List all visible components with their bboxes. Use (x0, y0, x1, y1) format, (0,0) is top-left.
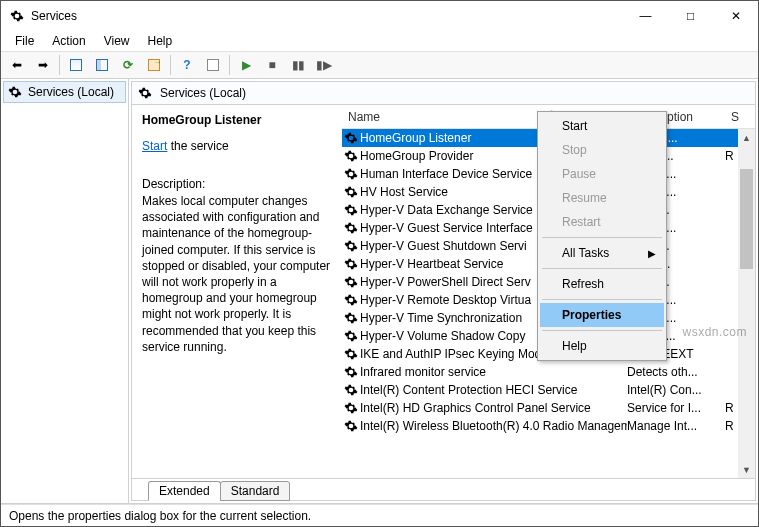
table-row[interactable]: Infrared monitor serviceDetects oth... (342, 363, 755, 381)
ctx-separator (542, 268, 662, 269)
ctx-restart: Restart (540, 210, 664, 234)
menu-bar: File Action View Help (1, 31, 758, 51)
scroll-down-button[interactable]: ▼ (738, 461, 755, 478)
maximize-button[interactable]: □ (668, 1, 713, 31)
submenu-arrow-icon: ▶ (648, 248, 656, 259)
table-row[interactable]: Intel(R) Wireless Bluetooth(R) 4.0 Radio… (342, 417, 755, 435)
scroll-thumb[interactable] (740, 169, 753, 269)
col-status[interactable]: S (725, 105, 755, 128)
services-list: Name Description S HomeGroup Listeneres … (342, 105, 755, 478)
service-icon (342, 185, 360, 199)
ctx-all-tasks-label: All Tasks (562, 246, 609, 260)
cell-name: Infrared monitor service (360, 365, 627, 379)
start-service-button[interactable]: ▶ (234, 54, 258, 76)
cell-name: Intel(R) Content Protection HECI Service (360, 383, 627, 397)
ctx-separator (542, 330, 662, 331)
tree-item-label: Services (Local) (28, 85, 114, 99)
tree-services-local[interactable]: Services (Local) (3, 81, 126, 103)
separator (170, 55, 171, 75)
pause-service-button[interactable]: ▮▮ (286, 54, 310, 76)
service-action-line: Start the service (142, 139, 332, 153)
cell-description: Service for I... (627, 401, 725, 415)
description-text: Makes local computer changes associated … (142, 193, 332, 355)
ctx-separator (542, 299, 662, 300)
panel-header-label: Services (Local) (160, 86, 246, 100)
detail-view-button[interactable] (90, 54, 114, 76)
ctx-separator (542, 237, 662, 238)
service-icon (342, 275, 360, 289)
cell-description: Detects oth... (627, 365, 725, 379)
service-icon (342, 221, 360, 235)
service-icon (342, 257, 360, 271)
ctx-pause: Pause (540, 162, 664, 186)
ctx-help[interactable]: Help (540, 334, 664, 358)
close-button[interactable]: ✕ (713, 1, 758, 31)
selected-service-name: HomeGroup Listener (142, 113, 332, 127)
service-icon (342, 383, 360, 397)
context-menu: Start Stop Pause Resume Restart All Task… (537, 111, 667, 361)
panel-header: Services (Local) (132, 82, 755, 104)
cell-name: Intel(R) Wireless Bluetooth(R) 4.0 Radio… (360, 419, 627, 433)
action-suffix: the service (167, 139, 228, 153)
result-pane: Services (Local) HomeGroup Listener Star… (131, 81, 756, 501)
service-icon (342, 347, 360, 361)
cell-description: Manage Int... (627, 419, 725, 433)
menu-view[interactable]: View (96, 32, 138, 50)
cell-name: Intel(R) HD Graphics Control Panel Servi… (360, 401, 627, 415)
ctx-stop: Stop (540, 138, 664, 162)
service-icon (342, 329, 360, 343)
app-icon (9, 8, 25, 24)
ctx-properties[interactable]: Properties (540, 303, 664, 327)
service-icon (342, 203, 360, 217)
toolbar: ⬅ ➡ ⟳ → ? ▶ ■ ▮▮ ▮▶ (1, 51, 758, 79)
menu-file[interactable]: File (7, 32, 42, 50)
scroll-up-button[interactable]: ▲ (738, 129, 755, 146)
tab-extended[interactable]: Extended (148, 481, 221, 501)
console-tree: Services (Local) (1, 79, 129, 503)
service-icon (342, 131, 360, 145)
extended-detail: HomeGroup Listener Start the service Des… (132, 105, 342, 478)
status-text: Opens the properties dialog box for the … (9, 509, 311, 523)
service-icon (342, 293, 360, 307)
separator (229, 55, 230, 75)
properties-button[interactable] (201, 54, 225, 76)
tab-standard[interactable]: Standard (220, 481, 291, 501)
service-icon (342, 365, 360, 379)
status-bar: Opens the properties dialog box for the … (1, 504, 758, 526)
start-link[interactable]: Start (142, 139, 167, 153)
ctx-start[interactable]: Start (540, 114, 664, 138)
window-title: Services (31, 9, 623, 23)
body-area: Services (Local) Services (Local) HomeGr… (1, 79, 758, 504)
minimize-button[interactable]: — (623, 1, 668, 31)
ctx-all-tasks[interactable]: All Tasks▶ (540, 241, 664, 265)
service-icon (342, 419, 360, 433)
service-icon (342, 167, 360, 181)
stop-service-button[interactable]: ■ (260, 54, 284, 76)
vertical-scrollbar[interactable]: ▲ ▼ (738, 129, 755, 478)
refresh-button[interactable]: ⟳ (116, 54, 140, 76)
panel-body: HomeGroup Listener Start the service Des… (132, 105, 755, 478)
service-icon (342, 239, 360, 253)
service-icon (342, 149, 360, 163)
service-icon (342, 311, 360, 325)
help-button[interactable]: ? (175, 54, 199, 76)
forward-button[interactable]: ➡ (31, 54, 55, 76)
restart-service-button[interactable]: ▮▶ (312, 54, 336, 76)
ctx-resume: Resume (540, 186, 664, 210)
services-window: Services — □ ✕ File Action View Help ⬅ ➡… (0, 0, 759, 527)
cell-description: Intel(R) Con... (627, 383, 725, 397)
title-bar: Services — □ ✕ (1, 1, 758, 31)
ctx-refresh[interactable]: Refresh (540, 272, 664, 296)
view-tabs: Extended Standard (132, 478, 755, 500)
ctx-properties-label: Properties (562, 308, 621, 322)
table-row[interactable]: Intel(R) Content Protection HECI Service… (342, 381, 755, 399)
menu-help[interactable]: Help (140, 32, 181, 50)
service-icon (342, 401, 360, 415)
show-hide-tree-button[interactable] (64, 54, 88, 76)
separator (59, 55, 60, 75)
description-label: Description: (142, 177, 332, 191)
export-list-button[interactable]: → (142, 54, 166, 76)
table-row[interactable]: Intel(R) HD Graphics Control Panel Servi… (342, 399, 755, 417)
menu-action[interactable]: Action (44, 32, 93, 50)
back-button[interactable]: ⬅ (5, 54, 29, 76)
